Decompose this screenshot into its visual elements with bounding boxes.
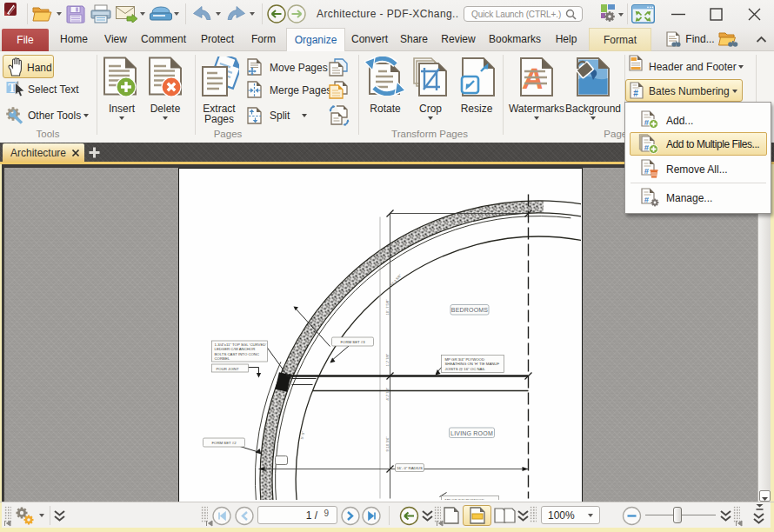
svg-text:FORM SET #2: FORM SET #2 (211, 441, 237, 445)
svg-text:FORM SET #3: FORM SET #3 (340, 340, 365, 344)
svg-text:POUR JOINT: POUR JOINT (217, 367, 239, 371)
svg-text:#: # (644, 143, 650, 152)
svg-text:9'-10 3/4": 9'-10 3/4" (385, 436, 390, 451)
svg-text:MP GR 3/4" PLYWOOD: MP GR 3/4" PLYWOOD (445, 498, 485, 501)
svg-text:1'-7 7/8": 1'-7 7/8" (385, 353, 390, 366)
svg-text:LEDGER C/W ANCHOR: LEDGER C/W ANCHOR (215, 347, 256, 351)
svg-text:#: # (644, 195, 650, 204)
svg-text:JOISTS @ 16" OC NAIL: JOISTS @ 16" OC NAIL (445, 367, 486, 371)
svg-text:BOLTS CAST INTO CONC: BOLTS CAST INTO CONC (215, 352, 260, 356)
svg-text:4'-7 7/8": 4'-7 7/8" (385, 387, 390, 400)
svg-text:#: # (644, 166, 650, 176)
svg-text:LIVING ROOM: LIVING ROOM (450, 430, 493, 436)
svg-text:#: # (644, 117, 650, 127)
svg-text:SHEATHING ON 'H' TIE MANUF: SHEATHING ON 'H' TIE MANUF (445, 362, 500, 366)
svg-text:MP GR 3/4" PLYWOOD: MP GR 3/4" PLYWOOD (445, 357, 485, 362)
svg-text:CORBEL: CORBEL (215, 356, 230, 361)
svg-text:5'- 5": 5'- 5" (300, 430, 306, 439)
svg-text:BEDROOMS: BEDROOMS (451, 307, 489, 313)
svg-text:1-3/4"x11" TOP SGL 'CURVED': 1-3/4"x11" TOP SGL 'CURVED' (215, 342, 267, 347)
svg-text:#: # (633, 89, 638, 98)
svg-text:16'- 0" RADIUS: 16'- 0" RADIUS (397, 466, 423, 470)
svg-text:10'- 7 5/8": 10'- 7 5/8" (385, 299, 390, 316)
